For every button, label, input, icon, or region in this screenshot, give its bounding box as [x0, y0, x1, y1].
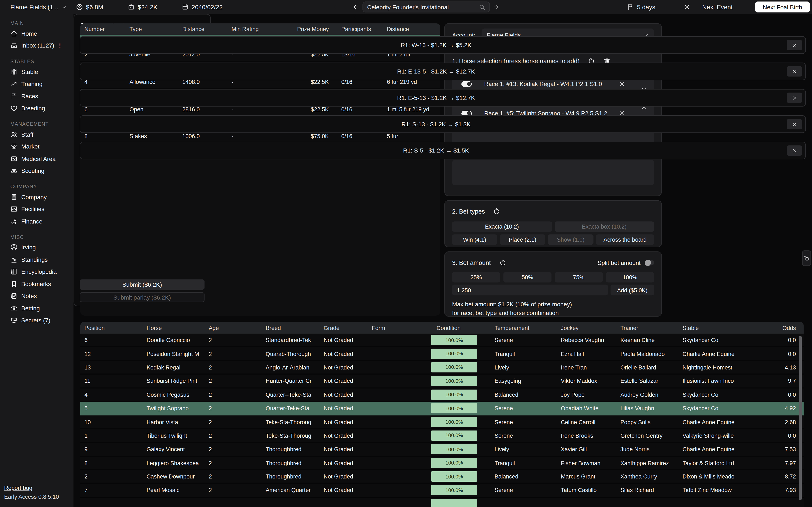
- column-header[interactable]: Type: [130, 26, 182, 32]
- horse-row[interactable]: 1Tiberius Twilight2Teke-Sta-ThorougNot G…: [80, 429, 804, 443]
- horse-row[interactable]: 11Sunburst Ridge Pint2Hunter-Quarter CrN…: [80, 375, 804, 388]
- table-scrollbar[interactable]: [799, 336, 802, 500]
- bet-summary-item: R1: W-13 - $1.2K → $5.2K: [80, 36, 806, 54]
- bet-type-button[interactable]: Show (1.0): [548, 234, 594, 245]
- column-header[interactable]: Age: [209, 325, 266, 331]
- sidebar-item-label: Bookmarks: [21, 281, 51, 287]
- sidebar-item-bookmarks[interactable]: Bookmarks: [10, 278, 73, 290]
- remove-bet-button[interactable]: [786, 66, 802, 76]
- report-bug-link[interactable]: Report bug: [4, 485, 32, 491]
- bet-type-button[interactable]: Win (4.1): [452, 234, 497, 245]
- column-header[interactable]: Stable: [682, 325, 745, 331]
- sidebar-item-betting[interactable]: Betting: [10, 302, 73, 314]
- sidebar-item-scouting[interactable]: Scouting: [10, 165, 73, 177]
- sidebar-item-irving[interactable]: Irving: [10, 241, 73, 253]
- bet-type-button[interactable]: Place (2.1): [500, 234, 545, 245]
- horse-row[interactable]: 13Kodiak Regal2Anglo-Ar-ArabianNot Grade…: [80, 361, 804, 375]
- sidebar-item-secrets-7[interactable]: Secrets (7): [10, 314, 73, 327]
- remove-bet-button[interactable]: [786, 119, 802, 129]
- sidebar-item-facilities[interactable]: Facilities: [10, 203, 73, 215]
- sidebar-item-encyclopedia[interactable]: Encyclopedia: [10, 266, 73, 278]
- column-header[interactable]: Min Rating: [232, 26, 281, 32]
- column-header[interactable]: Prize Money: [281, 26, 335, 32]
- column-header[interactable]: Temperament: [495, 325, 561, 331]
- sidebar-item-breeding[interactable]: Breeding: [10, 102, 73, 114]
- reset-icon[interactable]: [493, 208, 500, 215]
- percent-button[interactable]: 75%: [555, 272, 603, 282]
- sidebar-item-standings[interactable]: Standings: [10, 253, 73, 266]
- horse-row[interactable]: 6Doodle Capriccio2Standardbred-TekNot Gr…: [80, 334, 804, 347]
- horse-cell-breed: Quarab-Thorough: [266, 350, 323, 356]
- horse-cell-trainer: Keenan Cline: [620, 337, 682, 343]
- column-header[interactable]: Trainer: [620, 325, 682, 331]
- horse-cell-breed: Quarter--Teke-Sta: [266, 391, 323, 398]
- nav-back-button[interactable]: [353, 0, 359, 14]
- column-header[interactable]: Number: [80, 26, 130, 32]
- horse-cell-trainer: Audrey Golden: [620, 391, 682, 398]
- horse-cell-age: 2: [209, 487, 266, 493]
- remove-bet-button[interactable]: [786, 93, 802, 103]
- horse-row[interactable]: 5Twilight Soprano2Quarter-Teke-StaNot Gr…: [80, 402, 804, 416]
- split-bet-toggle[interactable]: [645, 260, 654, 265]
- horse-cell-condition: 100.0%: [432, 335, 495, 345]
- column-header[interactable]: Odds: [745, 325, 804, 331]
- sidebar-item-market[interactable]: Market: [10, 140, 73, 153]
- sidebar-item-company[interactable]: Company: [10, 191, 73, 203]
- sidebar-section-label: MISC: [10, 234, 73, 240]
- column-header[interactable]: Condition: [432, 325, 495, 331]
- sidebar-item-stable[interactable]: Stable: [10, 66, 73, 78]
- sidebar-item-notes[interactable]: Notes: [10, 290, 73, 302]
- bet-type-button[interactable]: Across the board: [596, 234, 654, 245]
- reset-icon[interactable]: [499, 259, 506, 266]
- horse-row[interactable]: 10Harbor Vista2Teke-Sta-ThorougNot Grade…: [80, 415, 804, 429]
- days-countdown: 5 days: [627, 0, 655, 14]
- column-header[interactable]: Participants: [335, 26, 387, 32]
- horse-row[interactable]: 2Cashew Downpour2ThoroughbredNot Graded1…: [80, 470, 804, 484]
- add-bet-button[interactable]: Add ($5.0K): [610, 285, 654, 295]
- search-input[interactable]: [367, 4, 479, 10]
- bet-amount-input[interactable]: [452, 285, 608, 295]
- sidebar-item-staff[interactable]: Staff: [10, 128, 73, 140]
- sidebar-item-inbox-1127[interactable]: Inbox (1127)!: [10, 40, 73, 52]
- horse-row[interactable]: [80, 498, 804, 507]
- column-header[interactable]: Position: [80, 325, 147, 331]
- bet-type-button[interactable]: Exacta box (10.2): [554, 221, 654, 232]
- bet-type-button[interactable]: Exacta (10.2): [452, 221, 552, 232]
- percent-button[interactable]: 50%: [503, 272, 552, 282]
- column-header[interactable]: Distance: [182, 26, 232, 32]
- condition-bar: 100.0%: [432, 389, 477, 400]
- horse-cell-stable: Tidbit Zinc Meadow: [682, 487, 745, 493]
- stable-selector[interactable]: Flame Fields (1...: [10, 0, 67, 14]
- remove-bet-button[interactable]: [786, 40, 802, 50]
- next-foal-birth-button[interactable]: Next Foal Birth: [755, 1, 810, 12]
- column-header[interactable]: Distance: [387, 26, 440, 32]
- submit-parlay-button[interactable]: Submit parlay ($6.2K): [80, 292, 204, 302]
- column-header[interactable]: Grade: [324, 325, 372, 331]
- horse-row[interactable]: 8Leggiero Shakespea2ThoroughbredNot Grad…: [80, 456, 804, 470]
- submit-bets-button[interactable]: Submit ($6.2K): [80, 279, 204, 290]
- nav-forward-button[interactable]: [493, 0, 500, 14]
- sidebar-item-races[interactable]: Races: [10, 90, 73, 102]
- remove-bet-button[interactable]: [786, 145, 802, 156]
- heart-icon: [10, 105, 17, 112]
- sidebar-item-training[interactable]: Training: [10, 78, 73, 90]
- search-box[interactable]: [362, 1, 490, 12]
- sidebar-item-finance[interactable]: Finance: [10, 215, 73, 228]
- percent-button[interactable]: 100%: [606, 272, 654, 282]
- horse-row[interactable]: 12Poseidon Starlight M2Quarab-ThoroughNo…: [80, 347, 804, 361]
- sidebar-item-home[interactable]: Home: [10, 27, 73, 40]
- bet-summary-label: R1: E-5-13 - $1.2K → $12.7K: [86, 95, 786, 101]
- gear-icon: [683, 4, 691, 10]
- percent-button[interactable]: 25%: [452, 272, 500, 282]
- horse-row[interactable]: 7Pearl Mosaic2American QuarterNot Graded…: [80, 484, 804, 498]
- horse-cell-trainer: Paola Maldonado: [620, 350, 682, 356]
- side-panel-toggle[interactable]: [802, 250, 811, 266]
- horse-row[interactable]: 4Cosmic Pegasus2Quarter--Teke-StaNot Gra…: [80, 388, 804, 402]
- column-header[interactable]: Form: [372, 325, 432, 331]
- column-header[interactable]: Jockey: [561, 325, 620, 331]
- column-header[interactable]: Horse: [147, 325, 209, 331]
- sidebar-item-medical-area[interactable]: Medical Area: [10, 153, 73, 165]
- column-header[interactable]: Breed: [266, 325, 323, 331]
- horse-row[interactable]: 9Galaxy Vincent2ThoroughbredNot Graded10…: [80, 443, 804, 457]
- horse-cell-condition: 100.0%: [432, 444, 495, 454]
